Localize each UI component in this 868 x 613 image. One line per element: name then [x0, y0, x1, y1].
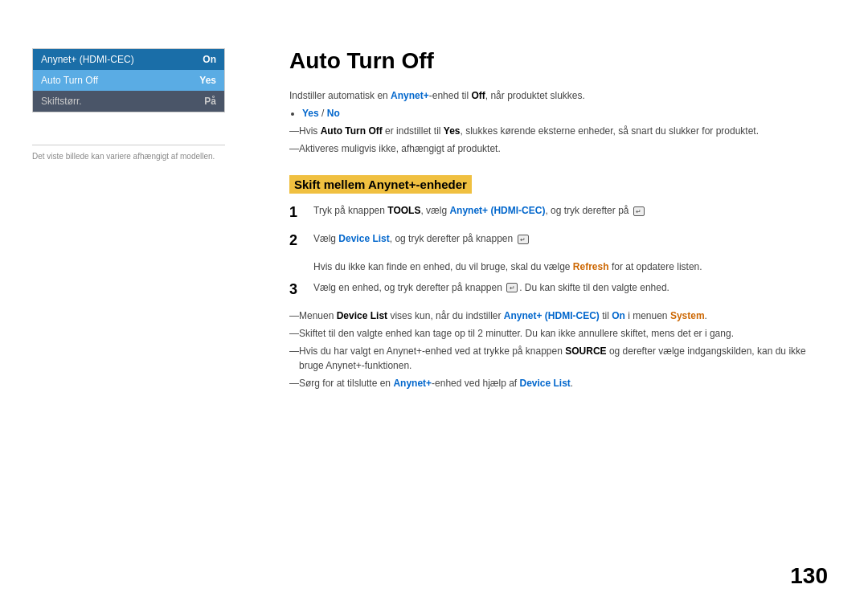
- menu-item-skift-value: På: [204, 96, 216, 107]
- section-heading: Skift mellem Anynet+-enheder: [289, 175, 472, 194]
- bullet-item-yesno: Yes / No: [302, 108, 820, 119]
- step-2-number: 2: [289, 231, 304, 250]
- note-2: Aktiveres muligvis ikke, afhængigt af pr…: [289, 141, 820, 156]
- step-1: 1 Tryk på knappen TOOLS, vælg Anynet+ (H…: [289, 203, 820, 222]
- menu-item-anynet[interactable]: Anynet+ (HDMI-CEC) On: [33, 49, 224, 70]
- yes-label: Yes: [302, 108, 319, 119]
- step-2-subnote: Hvis du ikke kan finde en enhed, du vil …: [313, 260, 820, 274]
- step-3-text: Vælg en enhed, og tryk derefter på knapp…: [313, 280, 820, 295]
- footer-note-2: Skiftet til den valgte enhed kan tage op…: [289, 326, 820, 341]
- step-2: 2 Vælg Device List, og tryk derefter på …: [289, 231, 820, 250]
- menu-item-skift[interactable]: Skiftstørr. På: [33, 91, 224, 112]
- note-1: Hvis Auto Turn Off er indstillet til Yes…: [289, 124, 820, 138]
- step-1-number: 1: [289, 203, 304, 222]
- menu-item-autoturnoff[interactable]: Auto Turn Off Yes: [33, 70, 224, 91]
- off-highlight: Off: [471, 90, 485, 101]
- enter-icon-1: ↵: [633, 206, 645, 216]
- page-title: Auto Turn Off: [289, 48, 820, 74]
- left-panel: Anynet+ (HDMI-CEC) On Auto Turn Off Yes …: [0, 0, 257, 613]
- menu-item-skift-label: Skiftstørr.: [41, 96, 82, 107]
- intro-text: Indstiller automatisk en Anynet+-enhed t…: [289, 90, 820, 101]
- step-3-number: 3: [289, 280, 304, 299]
- enter-icon-2: ↵: [518, 235, 529, 244]
- menu-item-autoturnoff-label: Auto Turn Off: [41, 75, 98, 86]
- bullet-list: Yes / No: [302, 108, 820, 119]
- enter-icon-3: ↵: [506, 283, 518, 292]
- menu-item-anynet-value: On: [203, 54, 216, 65]
- footer-note-1: Menuen Device List vises kun, når du ind…: [289, 309, 820, 323]
- footer-note-3: Hvis du har valgt en Anynet+-enhed ved a…: [289, 344, 820, 373]
- caption-text: Det viste billede kan variere afhængigt …: [32, 145, 225, 161]
- footer-note-4: Sørg for at tilslutte en Anynet+-enhed v…: [289, 376, 820, 390]
- page-container: Anynet+ (HDMI-CEC) On Auto Turn Off Yes …: [0, 0, 868, 613]
- page-number: 130: [790, 563, 828, 589]
- menu-item-anynet-label: Anynet+ (HDMI-CEC): [41, 54, 134, 65]
- step-1-text: Tryk på knappen TOOLS, vælg Anynet+ (HDM…: [313, 203, 820, 218]
- menu-box: Anynet+ (HDMI-CEC) On Auto Turn Off Yes …: [32, 48, 225, 112]
- no-label: No: [327, 108, 340, 119]
- right-content: Auto Turn Off Indstiller automatisk en A…: [257, 0, 868, 613]
- menu-item-autoturnoff-value: Yes: [199, 75, 216, 86]
- step-2-text: Vælg Device List, og tryk derefter på kn…: [313, 231, 820, 246]
- step-3: 3 Vælg en enhed, og tryk derefter på kna…: [289, 280, 820, 299]
- anynet-highlight: Anynet+: [391, 90, 429, 101]
